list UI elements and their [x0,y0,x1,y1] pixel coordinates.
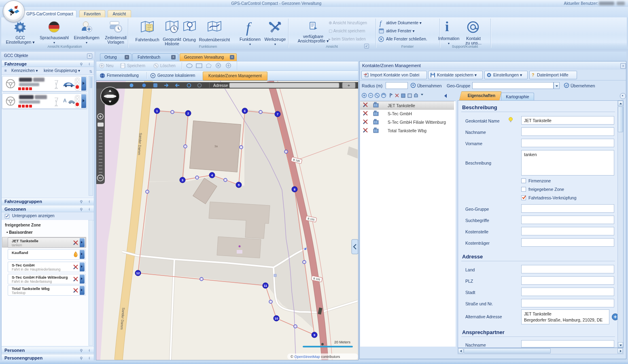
svg-text:7: 7 [277,112,279,116]
svg-text:9: 9 [314,333,316,337]
svg-text:+: + [348,83,350,88]
svg-text:2: 2 [187,112,189,115]
svg-text:20 Meters: 20 Meters [334,340,351,344]
svg-text:8: 8 [294,188,296,191]
svg-text:© OpenStreetMap contributors: © OpenStreetMap contributors [291,355,340,359]
svg-text:10: 10 [275,317,278,320]
svg-text:4: 4 [211,174,213,177]
svg-text:1: 1 [156,109,158,113]
svg-text:3a: 3a [214,145,218,148]
svg-text:11: 11 [264,284,267,288]
svg-text:6: 6 [244,109,246,113]
svg-text:3: 3 [182,178,184,182]
svg-text:Adresse: Adresse [213,83,228,88]
svg-text:12: 12 [136,271,140,275]
svg-text:5: 5 [238,183,240,187]
